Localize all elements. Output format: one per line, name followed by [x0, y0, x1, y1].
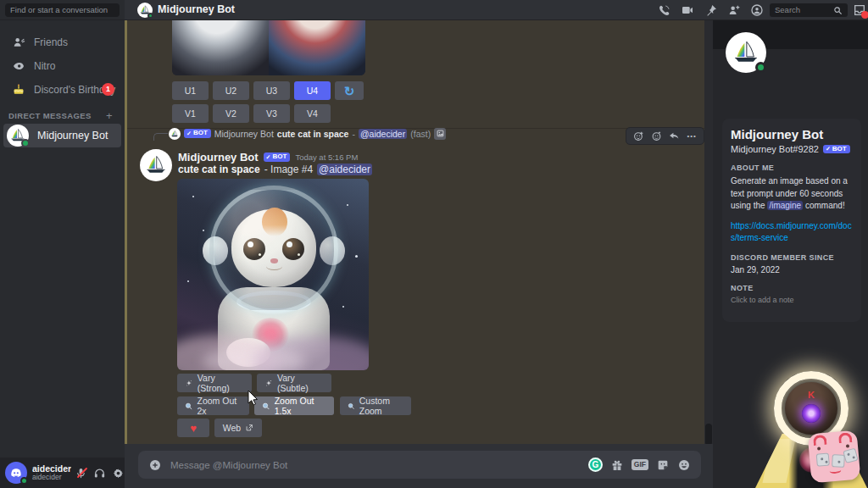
image-attachment-icon [434, 128, 446, 140]
variation-button-v1[interactable]: V1 [172, 104, 209, 123]
note-placeholder[interactable]: Click to add a note [731, 296, 853, 304]
favorite-heart-button[interactable]: ♥ [177, 419, 209, 437]
upscale-button-u2[interactable]: U2 [213, 81, 249, 100]
message-input-area: Message @Midjourney Bot G GIF [125, 444, 713, 488]
reply-author: Midjourney Bot [214, 129, 274, 139]
emoji-picker-icon[interactable] [677, 458, 691, 472]
bot-badge: ✓BOT [184, 129, 211, 138]
zoom-out-2x-button[interactable]: Zoom Out 2x [177, 396, 249, 415]
profile-name: Midjourney Bot [731, 127, 853, 141]
sidebar-item-friends[interactable]: Friends [3, 31, 121, 53]
button-label: Custom Zoom [359, 396, 403, 416]
video-call-button[interactable] [681, 3, 694, 17]
grid-image-right [269, 20, 365, 75]
pinned-messages-button[interactable] [704, 3, 718, 17]
conversation-search-button[interactable]: Find or start a conversation [5, 3, 120, 17]
message-body: - Image #4 [264, 164, 313, 175]
user-names[interactable]: aidecider aidecider [32, 464, 71, 482]
external-link-icon [245, 424, 253, 432]
about-me-text: Generate an image based on a text prompt… [731, 175, 853, 213]
zoom-out-1-5x-button[interactable]: Zoom Out 1.5x [254, 396, 334, 415]
user-mention[interactable]: @aidecider [317, 164, 372, 175]
check-icon: ✓ [186, 130, 192, 136]
message-author-avatar[interactable] [140, 149, 172, 181]
reply-icon[interactable] [669, 130, 680, 141]
dm-item-label: Midjourney Bot [37, 130, 108, 141]
magnifier-icon [348, 402, 355, 411]
search-icon [833, 6, 843, 15]
user-avatar[interactable] [5, 462, 27, 484]
online-status-dot [147, 13, 153, 19]
gift-icon[interactable] [610, 458, 624, 472]
user-profile-toggle-button[interactable] [750, 3, 764, 17]
sidebar-item-nitro[interactable]: Nitro [3, 55, 121, 77]
grid-image-left [172, 20, 269, 75]
voice-call-button[interactable] [658, 3, 671, 17]
search-placeholder: Search [775, 3, 800, 17]
custom-zoom-button[interactable]: Custom Zoom [340, 396, 411, 415]
upscale-button-u3[interactable]: U3 [253, 81, 290, 100]
vary-strong-button[interactable]: Vary (Strong) [177, 374, 252, 392]
upscale-button-u1[interactable]: U1 [172, 81, 209, 100]
dm-header-label: DIRECT MESSAGES [8, 111, 92, 120]
upscale-button-u4-selected[interactable]: U4 [294, 81, 331, 100]
mute-microphone-button[interactable] [75, 467, 87, 480]
birthday-cake-icon [12, 83, 25, 97]
search-box[interactable]: Search [770, 3, 848, 17]
add-friends-to-dm-button[interactable] [727, 3, 741, 17]
channel-header: Midjourney Bot Search [125, 0, 868, 20]
bot-badge: ✓BOT [264, 152, 291, 162]
reply-speed: (fast) [410, 129, 431, 139]
sticker-icon[interactable] [656, 458, 670, 472]
settings-gear-button[interactable] [112, 467, 125, 480]
helmet-bubble [209, 186, 338, 314]
reply-reference[interactable]: ✓BOT Midjourney Bot cute cat in space - … [169, 127, 446, 140]
scrollbar-thumb[interactable] [705, 424, 712, 446]
web-button[interactable]: Web [214, 419, 262, 437]
grammarly-icon[interactable]: G [588, 458, 603, 472]
channel-avatar [137, 3, 153, 18]
check-icon: ✓ [826, 146, 831, 152]
mouse-cursor [248, 390, 259, 406]
variation-button-v2[interactable]: V2 [213, 104, 249, 123]
bot-badge: ✓BOT [823, 145, 850, 154]
create-dm-icon[interactable]: + [106, 109, 116, 122]
more-options-icon[interactable]: ••• [687, 132, 696, 140]
deafen-headphones-button[interactable] [93, 467, 106, 480]
variation-button-v3[interactable]: V3 [253, 104, 290, 123]
docs-link[interactable]: https://docs.midjourney.com/docs/terms-s… [731, 220, 853, 244]
reply-separator: - [352, 129, 355, 139]
prompt-text: cute cat in space [178, 164, 260, 175]
reply-mention[interactable]: @aidecider [359, 129, 407, 139]
super-reaction-icon[interactable] [651, 130, 662, 141]
imagine-command-pill: /imagine [767, 201, 803, 210]
reroll-button[interactable]: ↻ [335, 81, 364, 100]
gif-picker-icon[interactable]: GIF [632, 459, 648, 470]
online-status-dot [755, 62, 766, 73]
inbox-button[interactable] [853, 3, 866, 17]
chat-scrollbar[interactable] [704, 20, 713, 444]
attach-plus-icon[interactable] [148, 458, 162, 472]
friends-icon [12, 36, 25, 49]
reply-prompt: cute cat in space [277, 129, 349, 139]
message-author[interactable]: Midjourney Bot [178, 151, 259, 164]
inbox-unread-badge [861, 11, 868, 19]
variation-button-v4[interactable]: V4 [294, 104, 331, 123]
magnifier-icon [262, 402, 270, 411]
sparkle-icon [264, 379, 273, 388]
nitro-icon [12, 59, 25, 73]
sidebar-item-discords-birthday[interactable]: Discord's Birthday 1 [3, 79, 121, 101]
user-panel: aidecider aidecider [0, 458, 125, 488]
midjourney-avatar [7, 125, 29, 147]
message-input[interactable]: Message @Midjourney Bot G GIF [138, 451, 701, 479]
image-grid-attachment[interactable] [172, 20, 365, 75]
vary-subtle-button[interactable]: Vary (Subtle) [257, 374, 331, 392]
online-status-dot [20, 477, 28, 485]
add-reaction-icon[interactable] [633, 130, 644, 141]
generated-image[interactable] [177, 179, 369, 370]
profile-card: Midjourney Bot Midjourney Bot#9282 ✓BOT … [722, 119, 861, 322]
dm-item-midjourney-bot[interactable]: Midjourney Bot [3, 124, 121, 147]
profile-avatar[interactable] [726, 32, 766, 73]
message-timestamp: Today at 5:16 PM [295, 152, 358, 162]
user-controls [75, 467, 125, 480]
